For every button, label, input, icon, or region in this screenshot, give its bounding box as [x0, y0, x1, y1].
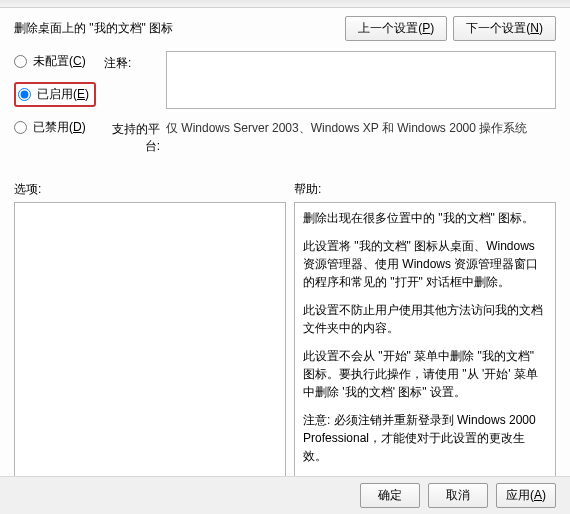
cancel-button[interactable]: 取消 [428, 483, 488, 508]
platform-value: 仅 Windows Server 2003、Windows XP 和 Windo… [166, 117, 556, 137]
title-row: 删除桌面上的 "我的文档" 图标 上一个设置(P) 下一个设置(N) [14, 16, 556, 41]
platform-row: 支持的平台: 仅 Windows Server 2003、Windows XP … [104, 117, 556, 155]
prev-setting-label: 上一个设置(P) [358, 21, 434, 35]
help-p4: 此设置不会从 "开始" 菜单中删除 "我的文档" 图标。要执行此操作，请使用 "… [303, 347, 547, 401]
config-area: 未配置(C) 已启用(E) 已禁用(D) 注释: 支 [14, 51, 556, 163]
platform-label: 支持的平台: [104, 117, 166, 155]
radio-not-configured-label: 未配置(C) [33, 53, 86, 70]
radio-disabled[interactable]: 已禁用(D) [14, 119, 104, 136]
next-setting-label: 下一个设置(N) [466, 21, 543, 35]
radio-disabled-input[interactable] [14, 121, 27, 134]
help-section-label: 帮助: [294, 181, 321, 198]
comment-input[interactable] [166, 51, 556, 109]
next-setting-button[interactable]: 下一个设置(N) [453, 16, 556, 41]
options-box [14, 202, 286, 480]
radio-enabled-input[interactable] [18, 88, 31, 101]
apply-button-label: 应用(A) [506, 488, 546, 502]
section-labels-row: 选项: 帮助: [0, 181, 570, 198]
help-p2: 此设置将 "我的文档" 图标从桌面、Windows 资源管理器、使用 Windo… [303, 237, 547, 291]
policy-title: 删除桌面上的 "我的文档" 图标 [14, 20, 339, 37]
radio-not-configured[interactable]: 未配置(C) [14, 53, 104, 70]
radio-disabled-label: 已禁用(D) [33, 119, 86, 136]
boxes-row: 删除出现在很多位置中的 "我的文档" 图标。 此设置将 "我的文档" 图标从桌面… [0, 198, 570, 480]
radio-enabled-label: 已启用(E) [37, 86, 89, 103]
help-p5: 注意: 必须注销并重新登录到 Windows 2000 Professional… [303, 411, 547, 465]
radio-enabled-wrapper: 已启用(E) [14, 82, 104, 107]
right-column: 注释: 支持的平台: 仅 Windows Server 2003、Windows… [104, 51, 556, 163]
options-section-label: 选项: [14, 181, 294, 198]
radio-enabled[interactable]: 已启用(E) [18, 86, 89, 103]
title-bar-fragment [0, 0, 570, 8]
enabled-highlight: 已启用(E) [14, 82, 96, 107]
radio-column: 未配置(C) 已启用(E) 已禁用(D) [14, 51, 104, 163]
help-p1: 删除出现在很多位置中的 "我的文档" 图标。 [303, 209, 547, 227]
ok-button[interactable]: 确定 [360, 483, 420, 508]
comment-label: 注释: [104, 51, 166, 72]
bottom-button-bar: 确定 取消 应用(A) [0, 476, 570, 514]
help-box: 删除出现在很多位置中的 "我的文档" 图标。 此设置将 "我的文档" 图标从桌面… [294, 202, 556, 480]
comment-row: 注释: [104, 51, 556, 109]
prev-setting-button[interactable]: 上一个设置(P) [345, 16, 447, 41]
radio-not-configured-input[interactable] [14, 55, 27, 68]
help-p3: 此设置不防止用户使用其他方法访问我的文档文件夹中的内容。 [303, 301, 547, 337]
main-content: 删除桌面上的 "我的文档" 图标 上一个设置(P) 下一个设置(N) 未配置(C… [0, 8, 570, 163]
apply-button[interactable]: 应用(A) [496, 483, 556, 508]
